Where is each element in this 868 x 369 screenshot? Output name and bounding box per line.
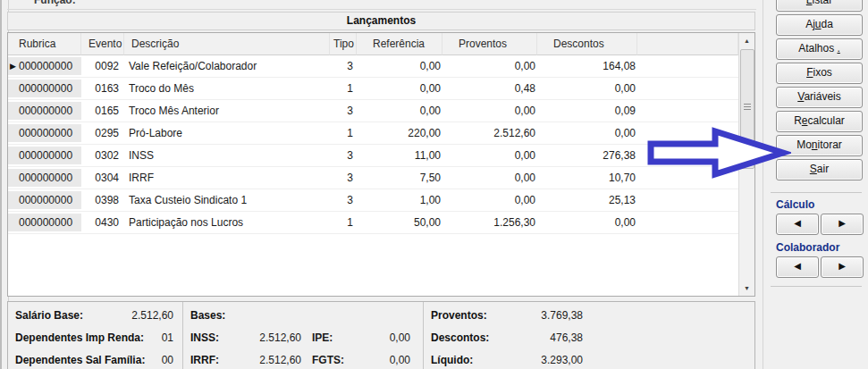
groupbox-divider [7,9,756,10]
colaborador-nav: ◀ ▶ [776,256,864,278]
cell-filler [637,212,738,233]
cell-referencia: 220,00 [357,122,442,144]
table-body: ▶000000000 0092 Vale Refeição/Colaborado… [8,55,738,234]
variaveis-button[interactable]: Variáveis [776,87,863,108]
dep-sal-familia-value: 00 [145,351,175,369]
cell-descontos: 164,08 [537,55,637,77]
cell-referencia: 50,00 [357,212,442,233]
descontos-label: Descontos: [431,329,511,347]
cell-proventos: 0,48 [442,78,537,99]
rubrica-value: 000000000 [19,82,72,95]
cell-tipo: 1 [330,122,357,144]
table-row[interactable]: ▶000000000 0092 Vale Refeição/Colaborado… [8,55,738,78]
panel-separator [771,192,862,193]
column-header-tipo[interactable]: Tipo [330,33,357,55]
cell-proventos: 0,00 [442,189,537,211]
cell-referencia: 7,50 [357,167,442,189]
cell-proventos: 1.256,30 [442,212,537,233]
cell-descontos: 25,13 [537,189,637,211]
column-header-descontos[interactable]: Descontos [537,33,637,55]
payroll-entries-window: Função: Lançamentos Rubrica Evento Descr… [0,0,868,369]
colaborador-prev-button[interactable]: ◀ [776,256,819,278]
cell-rubrica: 000000000 [8,167,81,189]
totals-bases-section: Bases: INSS:2.512,60 IPE:0,00 IRRF:2.512… [183,302,424,369]
cell-descontos: 0,00 [537,122,637,144]
scroll-up-icon[interactable]: ▲ [739,33,754,48]
table-row[interactable]: 000000000 0304 IRRF 3 7,50 0,00 10,70 [8,167,738,189]
ipe-label: IPE: [312,329,358,347]
left-arrow-icon: ◀ [794,261,801,271]
current-row-pointer-icon: ▶ [10,57,16,75]
cell-proventos: 0,00 [442,100,537,122]
descontos-value: 476,38 [511,329,583,347]
cell-evento: 0430 [81,212,124,233]
column-header-evento[interactable]: Evento [81,33,124,55]
column-header-referencia[interactable]: Referência [357,33,442,55]
cell-tipo: 3 [330,145,357,166]
column-header-proventos[interactable]: Proventos [442,33,537,55]
cell-evento: 0163 [81,78,124,99]
cell-evento: 0092 [81,55,124,77]
table-header-row: Rubrica Evento Descrição Tipo Referência… [8,33,738,55]
inss-value: 2.512,60 [237,329,301,347]
rubrica-value: 000000000 [19,149,72,162]
cell-descontos: 0,00 [537,78,637,99]
irrf-value: 2.512,60 [237,351,301,369]
table-row[interactable]: 000000000 0165 Troco Mês Anterior 3 0,00… [8,100,738,122]
cell-proventos: 2.512,60 [442,122,537,144]
proventos-label: Proventos: [431,306,511,324]
calculo-next-button[interactable]: ▶ [821,214,864,235]
function-label: Função: [34,0,76,6]
fixos-button[interactable]: Fixos [776,63,863,84]
panel-title: Lançamentos [7,12,755,30]
cell-descricao: Vale Refeição/Colaborador [124,55,330,77]
calculo-prev-button[interactable]: ◀ [776,214,819,235]
cell-evento: 0165 [81,100,124,122]
atalhos-button[interactable]: Atalhos . [776,38,863,60]
table-row[interactable]: 000000000 0302 INSS 3 11,00 0,00 276,38 [8,145,738,167]
column-header-filler [637,33,738,55]
cell-tipo: 3 [330,189,357,211]
cell-evento: 0304 [81,167,124,189]
panel-separator [771,286,862,287]
salario-base-value: 2.512,60 [118,306,175,324]
table-row[interactable]: 000000000 0398 Taxa Custeio Sindicato 1 … [8,189,738,212]
cell-rubrica: ▶000000000 [8,55,81,77]
scroll-down-icon[interactable]: ▼ [739,281,754,296]
grid-area: Rubrica Evento Descrição Tipo Referência… [8,33,738,296]
column-header-descricao[interactable]: Descrição [124,33,330,55]
colaborador-label: Colaborador [776,241,839,254]
table-row[interactable]: 000000000 0430 Participação nos Lucros 1… [8,212,738,234]
listar-button[interactable]: Listar [776,0,863,12]
column-header-rubrica[interactable]: Rubrica [8,33,81,55]
cell-rubrica: 000000000 [8,100,81,122]
colaborador-next-button[interactable]: ▶ [821,256,864,278]
cell-descricao: Participação nos Lucros [124,212,330,233]
liquido-label: Líquido: [431,351,511,369]
fgts-label: FGTS: [312,351,358,369]
table-row[interactable]: 000000000 0163 Troco do Mês 1 0,00 0,48 … [8,78,738,100]
proventos-value: 3.769,38 [511,306,583,324]
cell-descricao: IRRF [124,167,330,189]
totals-right-section: Proventos:3.769,38 Descontos:476,38 Líqu… [424,302,754,369]
cell-referencia: 0,00 [357,55,442,77]
cell-rubrica: 000000000 [8,78,81,99]
cell-descricao: Troco Mês Anterior [124,100,330,122]
cell-proventos: 0,00 [442,55,537,77]
cell-tipo: 1 [330,78,357,99]
cell-filler [637,189,738,211]
bases-label: Bases: [190,306,237,324]
totals-left-section: Salário Base:2.512,60 Dependentes Imp Re… [8,302,183,369]
cell-tipo: 3 [330,167,357,189]
irrf-label: IRRF: [190,351,237,369]
cell-proventos: 0,00 [442,167,537,189]
scrollbar-grip-icon [744,106,751,107]
cell-descricao: INSS [124,145,330,166]
cell-proventos: 0,00 [442,145,537,166]
table-row[interactable]: 000000000 0295 Pró-Labore 1 220,00 2.512… [8,122,738,145]
ajuda-button[interactable]: Ajuda [776,14,863,36]
cell-descricao: Pró-Labore [124,122,330,144]
rubrica-value: 000000000 [19,127,72,139]
cell-filler [637,100,738,122]
ipe-value: 0,00 [358,329,410,347]
